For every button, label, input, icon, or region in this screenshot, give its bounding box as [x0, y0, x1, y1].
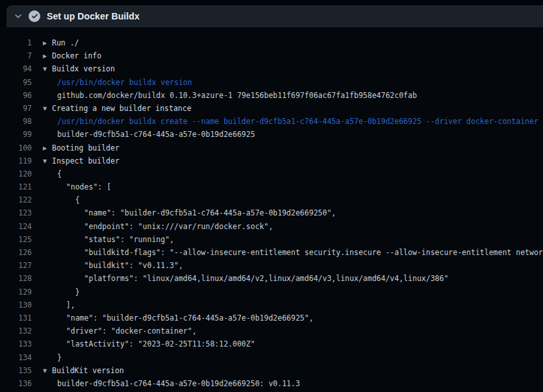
log-command-text: /usr/bin/docker buildx version [57, 76, 192, 89]
log-output-text: "name": "builder-d9cfb5a1-c764-445a-a57e… [57, 206, 336, 219]
log-line: 134} [0, 351, 543, 364]
log-group-header[interactable]: ▶Docker info [43, 49, 101, 62]
line-number[interactable]: 94 [0, 62, 32, 75]
step-header[interactable]: Set up Docker Buildx [6, 5, 543, 27]
triangle-right-icon: ▶ [43, 50, 52, 62]
group-label: Run ./ [52, 38, 79, 47]
log-output-text: "nodes": [ [57, 180, 111, 193]
line-number[interactable]: 134 [0, 351, 32, 364]
group-label: BuildKit version [52, 366, 124, 375]
log-output-text: "buildkit": "v0.11.3", [57, 259, 183, 272]
log-line: 97▼Creating a new builder instance [0, 102, 543, 115]
line-number[interactable]: 136 [0, 377, 32, 390]
log-line: 131 "name": "builder-d9cfb5a1-c764-445a-… [0, 312, 543, 325]
line-number[interactable]: 1 [0, 36, 32, 49]
line-number[interactable]: 127 [0, 259, 32, 272]
line-number[interactable]: 130 [0, 299, 32, 312]
log-line: 94▼Buildx version [0, 62, 543, 75]
log-output-panel: 1▶Run ./7▶Docker info94▼Buildx version95… [0, 27, 543, 392]
log-line: 133 "lastActivity": "2023-02-25T11:58:12… [0, 337, 543, 350]
log-line: 129 } [0, 286, 543, 299]
log-line: 96github.com/docker/buildx 0.10.3+azure-… [0, 89, 543, 102]
line-number[interactable]: 123 [0, 206, 32, 219]
log-group-header[interactable]: ▶Run ./ [43, 36, 79, 49]
line-number[interactable]: 98 [0, 115, 32, 128]
line-number[interactable]: 125 [0, 233, 32, 246]
log-output-text: "endpoint": "unix:///var/run/docker.sock… [57, 220, 273, 233]
line-number[interactable]: 132 [0, 325, 32, 337]
line-number[interactable]: 7 [0, 49, 32, 62]
triangle-down-icon: ▼ [43, 63, 52, 75]
log-line: 119▼Inspect builder [0, 154, 543, 167]
line-number[interactable]: 100 [0, 141, 32, 154]
log-line: 136builder-d9cfb5a1-c764-445a-a57e-0b19d… [0, 377, 543, 390]
log-line: 99builder-d9cfb5a1-c764-445a-a57e-0b19d2… [0, 128, 543, 141]
log-line: 1▶Run ./ [0, 36, 543, 49]
group-label: Booting builder [52, 143, 120, 153]
triangle-right-icon: ▶ [43, 37, 52, 49]
triangle-right-icon: ▶ [43, 142, 52, 154]
log-line: 122 { [0, 193, 543, 206]
log-line: 126 "buildkitd-flags": "--allow-insecure… [0, 246, 543, 259]
log-output-text: "driver": "docker-container", [57, 325, 197, 337]
log-line: 124 "endpoint": "unix:///var/run/docker.… [0, 220, 543, 233]
log-lines: 1▶Run ./7▶Docker info94▼Buildx version95… [0, 36, 543, 390]
log-output-text: builder-d9cfb5a1-c764-445a-a57e-0b19d2e6… [57, 128, 255, 141]
log-line: 7▶Docker info [0, 49, 543, 62]
line-number[interactable]: 121 [0, 180, 32, 193]
check-circle-icon [29, 10, 40, 22]
line-number[interactable]: 99 [0, 128, 32, 141]
chevron-down-icon[interactable] [14, 12, 22, 20]
log-line: 98/usr/bin/docker buildx create --name b… [0, 115, 543, 128]
step-title: Set up Docker Buildx [47, 11, 140, 21]
line-number[interactable]: 131 [0, 312, 32, 325]
line-number[interactable]: 119 [0, 154, 32, 167]
log-line: 127 "buildkit": "v0.11.3", [0, 259, 543, 272]
log-line: 128 "platforms": "linux/amd64,linux/amd6… [0, 272, 543, 285]
log-output-text: "platforms": "linux/amd64,linux/amd64/v2… [57, 272, 448, 285]
log-output-text: github.com/docker/buildx 0.10.3+azure-1 … [57, 89, 417, 102]
log-output-text: builder-d9cfb5a1-c764-445a-a57e-0b19d2e6… [57, 377, 300, 390]
log-group-header[interactable]: ▼BuildKit version [43, 364, 124, 377]
log-line: 130 ], [0, 299, 543, 312]
log-line: 95/usr/bin/docker buildx version [0, 76, 543, 89]
group-label: Creating a new builder instance [52, 104, 192, 113]
group-label: Inspect builder [52, 156, 120, 165]
line-number[interactable]: 122 [0, 193, 32, 206]
triangle-down-icon: ▼ [43, 365, 52, 377]
line-number[interactable]: 124 [0, 220, 32, 233]
line-number[interactable]: 133 [0, 337, 32, 350]
line-number[interactable]: 97 [0, 102, 32, 115]
log-line: 120{ [0, 167, 543, 180]
triangle-down-icon: ▼ [43, 155, 52, 167]
log-command-text: /usr/bin/docker buildx create --name bui… [57, 115, 538, 128]
log-group-header[interactable]: ▼Creating a new builder instance [43, 102, 192, 115]
log-line: 123 "name": "builder-d9cfb5a1-c764-445a-… [0, 206, 543, 219]
log-output-text: } [57, 286, 80, 299]
log-output-text: { [57, 167, 62, 180]
log-output-text: "status": "running", [57, 233, 174, 246]
triangle-down-icon: ▼ [43, 103, 52, 115]
line-number[interactable]: 96 [0, 89, 32, 102]
log-group-header[interactable]: ▼Inspect builder [43, 154, 120, 167]
log-line: 121 "nodes": [ [0, 180, 543, 193]
log-output-text: "lastActivity": "2023-02-25T11:58:12.000… [57, 337, 255, 350]
log-line: 132 "driver": "docker-container", [0, 325, 543, 337]
line-number[interactable]: 126 [0, 246, 32, 259]
log-output-text: "buildkitd-flags": "--allow-insecure-ent… [57, 246, 543, 259]
line-number[interactable]: 129 [0, 286, 32, 299]
log-output-text: "name": "builder-d9cfb5a1-c764-445a-a57e… [57, 312, 314, 325]
log-line: 100▶Booting builder [0, 141, 543, 154]
line-number[interactable]: 95 [0, 76, 32, 89]
log-group-header[interactable]: ▶Booting builder [43, 141, 120, 154]
line-number[interactable]: 120 [0, 167, 32, 180]
log-output-text: { [57, 193, 80, 206]
log-line: 135▼BuildKit version [0, 364, 543, 377]
log-output-text: ], [57, 299, 75, 312]
log-group-header[interactable]: ▼Buildx version [43, 62, 115, 75]
log-line: 125 "status": "running", [0, 233, 543, 246]
group-label: Docker info [52, 51, 101, 60]
line-number[interactable]: 128 [0, 272, 32, 285]
line-number[interactable]: 135 [0, 364, 32, 377]
log-output-text: } [57, 351, 62, 364]
